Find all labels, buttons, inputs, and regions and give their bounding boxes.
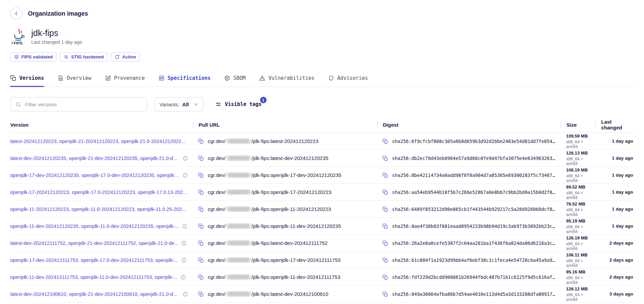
variants-dropdown[interactable]: Variants: All: [154, 97, 204, 111]
svg-text:FIPS: FIPS: [14, 41, 23, 45]
copy-icon[interactable]: [383, 190, 388, 195]
tab-overview[interactable]: Overview: [57, 75, 91, 87]
copy-icon[interactable]: [198, 139, 204, 144]
digest-text: sha256:b1c804f1a1923d99bb4af6ebf38c1c1fe…: [392, 257, 555, 263]
copy-icon[interactable]: [383, 207, 388, 212]
tab-sbom[interactable]: SBOM: [224, 75, 245, 87]
info-icon[interactable]: [181, 274, 186, 280]
size-cell: 95.19 MB x86_64 + arm64: [561, 218, 595, 234]
column-header-version: Version: [10, 121, 193, 128]
copy-icon[interactable]: [198, 156, 204, 161]
tab-specifications[interactable]: Specifications: [158, 75, 210, 87]
redacted-org-name: [227, 207, 251, 212]
tab-versions[interactable]: Versions: [10, 75, 44, 87]
copy-icon[interactable]: [198, 257, 204, 263]
table-row: openjdk-11-202412120223, openjdk-11.0-20…: [10, 201, 634, 218]
badge-label: STIG hardened: [71, 54, 104, 59]
image-name: jdk-fips: [31, 29, 82, 37]
version-cell: openjdk-17-202412120223, openjdk-17.0-20…: [10, 190, 193, 195]
size-cell: 126.19 MB x86_64 + arm64: [561, 235, 595, 251]
redacted-org-name: [227, 274, 251, 280]
digest-text: sha256:8ae4f30b03f881eaad8954233b98b94d1…: [392, 223, 555, 229]
pull-url-cell: cgr.dev//jdk-fips:openjdk-17-dev-2024121…: [193, 172, 377, 178]
size-cell: 106.19 MB x86_64 + arm64: [561, 167, 595, 183]
version-link[interactable]: latest-202412120223, openjdk-21-20241212…: [10, 139, 188, 144]
pull-url-prefix: cgr.dev/: [208, 291, 226, 297]
last-changed-value: 2 days ago: [595, 240, 634, 246]
version-link[interactable]: openjdk-11-dev-202412120235, openjdk-11.…: [10, 223, 179, 229]
copy-icon[interactable]: [198, 240, 204, 246]
copy-icon[interactable]: [198, 207, 204, 212]
digest-cell: sha256:849a36664afba86b7d54ae4010e113d4d…: [377, 291, 561, 297]
pull-url: cgr.dev//jdk-fips:latest-dev-20241212023…: [208, 155, 328, 161]
copy-icon[interactable]: [383, 240, 388, 246]
pull-url: cgr.dev//jdk-fips:latest-dev-20241211175…: [208, 240, 327, 246]
last-changed-value: 1 day ago: [595, 223, 634, 229]
copy-icon[interactable]: [383, 257, 388, 263]
pull-url: cgr.dev//jdk-fips:latest-202412120223: [208, 138, 318, 144]
version-link[interactable]: latest-dev-202412120235, openjdk-21-dev-…: [10, 156, 180, 161]
table-row: openjdk-17-dev-202412120235, openjdk-17.…: [10, 167, 634, 184]
last-changed-value: 1 day ago: [595, 173, 634, 178]
copy-icon[interactable]: [383, 274, 388, 280]
visible-tags-button[interactable]: Visible tags 1: [215, 101, 261, 107]
pull-url-rest: /jdk-fips:openjdk-11-dev-202412120235: [252, 223, 341, 229]
variants-value: All: [182, 102, 189, 107]
version-link[interactable]: openjdk-17-dev-202412111753, openjdk-17.…: [10, 257, 179, 263]
digest-text: sha256:8be42114734a0add98f0f8a984d7a8536…: [392, 173, 555, 178]
copy-icon[interactable]: [383, 156, 388, 161]
info-icon[interactable]: [183, 173, 188, 178]
back-button[interactable]: [10, 7, 22, 20]
tab-bar: Versions Overview Provenance Specificati…: [10, 75, 634, 87]
version-link[interactable]: openjdk-11-dev-202412111753, openjdk-11.…: [10, 274, 178, 280]
tab-label: Specifications: [168, 75, 210, 81]
badge-label: Active: [122, 54, 136, 59]
pull-url-cell: cgr.dev//jdk-fips:openjdk-17-dev-2024121…: [193, 257, 377, 263]
tab-provenance[interactable]: Provenance: [105, 75, 145, 87]
copy-icon[interactable]: [198, 223, 204, 229]
versions-icon: [10, 75, 16, 81]
tab-advisories[interactable]: Advisories: [328, 75, 368, 87]
version-cell: openjdk-17-dev-202412120235, openjdk-17.…: [10, 173, 193, 178]
badge-row: FIPS validated STIG hardened Active: [10, 52, 634, 61]
last-changed-value: 2 days ago: [595, 257, 634, 263]
version-link[interactable]: openjdk-17-202412120223, openjdk-17.0-20…: [10, 190, 187, 195]
pull-url-cell: cgr.dev//jdk-fips:openjdk-11-dev-2024121…: [193, 274, 377, 280]
image-title-block: jdk-fips Last changed 1 day ago: [31, 29, 82, 45]
pull-url-cell: cgr.dev//jdk-fips:latest-202412120223: [193, 138, 377, 144]
filter-versions-input[interactable]: [24, 101, 142, 108]
info-icon[interactable]: [181, 257, 187, 263]
table-row: latest-dev-202412100610, openjdk-21-dev-…: [10, 286, 634, 303]
column-header-pull-url: Pull URL: [193, 121, 377, 128]
overview-icon: [57, 75, 64, 81]
size-cell: 106.11 MB x86_64 + arm64: [561, 252, 595, 268]
version-link[interactable]: latest-dev-202412100610, openjdk-21-dev-…: [10, 291, 180, 297]
pull-url-prefix: cgr.dev/: [208, 189, 226, 195]
version-link[interactable]: openjdk-17-dev-202412120235, openjdk-17.…: [10, 173, 180, 178]
version-link[interactable]: latest-dev-202412111752, openjdk-21-dev-…: [10, 240, 179, 246]
column-header-size: Size: [561, 121, 595, 128]
size-cell: 126.12 MB x86_64 + arm64: [561, 286, 595, 302]
version-cell: openjdk-11-dev-202412111753, openjdk-11.…: [10, 274, 193, 280]
badge-active: Active: [111, 52, 140, 61]
digest-cell: sha256:db2ec70d43eb0964e57a9d68c0fe9d47b…: [377, 156, 561, 161]
table-row: openjdk-17-202412120223, openjdk-17.0-20…: [10, 184, 634, 201]
info-icon[interactable]: [181, 240, 187, 246]
tab-vulnerabilities[interactable]: Vulnerabilities: [259, 75, 314, 87]
filter-sliders-icon: [215, 101, 221, 107]
tab-label: SBOM: [233, 75, 245, 81]
copy-icon[interactable]: [383, 173, 388, 178]
copy-icon[interactable]: [198, 173, 204, 178]
info-icon[interactable]: [183, 291, 188, 297]
copy-icon[interactable]: [383, 139, 388, 144]
info-icon[interactable]: [182, 223, 187, 229]
copy-icon[interactable]: [383, 291, 388, 297]
copy-icon[interactable]: [383, 223, 388, 229]
copy-icon[interactable]: [198, 291, 204, 297]
version-link[interactable]: openjdk-11-202412120223, openjdk-11.0-20…: [10, 207, 186, 212]
info-icon[interactable]: [183, 156, 188, 161]
topbar: Organization images: [10, 7, 634, 20]
copy-icon[interactable]: [198, 190, 204, 195]
chevron-left-icon: [13, 11, 19, 17]
copy-icon[interactable]: [198, 274, 204, 280]
